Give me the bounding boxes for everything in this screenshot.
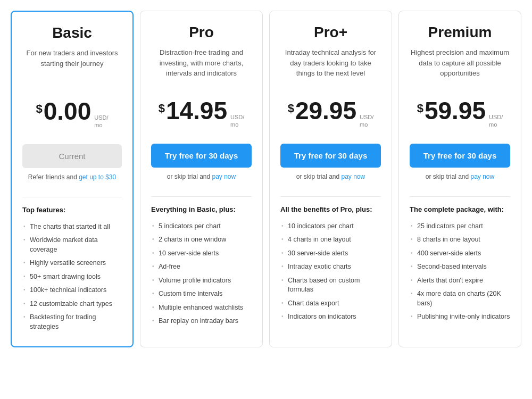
features-title-premium: The complete package, with:: [410, 205, 510, 213]
plan-description-premium: Highest precision and maximum data to ca…: [410, 47, 510, 79]
feature-list-pro: 5 indicators per chart2 charts in one wi…: [151, 220, 252, 328]
list-item: 4x more data on charts (20K bars): [410, 287, 510, 310]
features-section-basic: Top features:The charts that started it …: [22, 197, 122, 334]
features-section-pro: Everything in Basic, plus:5 indicators p…: [151, 196, 252, 335]
list-item: Chart data export: [280, 297, 381, 311]
features-title-pro: Everything in Basic, plus:: [151, 205, 252, 213]
list-item: Alerts that don't expire: [410, 274, 510, 288]
list-item: Custom time intervals: [151, 287, 252, 301]
list-item: 2 charts in one window: [151, 233, 252, 247]
price-unit-premium: USD/mo: [489, 113, 503, 129]
plan-name-premium: Premium: [410, 24, 510, 41]
price-dollar-basic: $: [36, 102, 42, 116]
list-item: 400 server-side alerts: [410, 247, 510, 261]
price-dollar-pro_plus: $: [288, 102, 294, 115]
plan-name-pro_plus: Pro+: [280, 24, 381, 41]
price-unit-pro: USD/mo: [230, 113, 244, 129]
features-section-pro_plus: All the benefits of Pro, plus:10 indicat…: [280, 196, 381, 335]
list-item: 10 indicators per chart: [280, 220, 381, 234]
refer-link[interactable]: get up to $30: [79, 173, 116, 181]
features-title-basic: Top features:: [22, 206, 122, 214]
list-item: Volume profile indicators: [151, 274, 252, 288]
plan-card-basic: BasicFor new traders and investors start…: [11, 11, 134, 347]
price-amount-premium: 59.95: [425, 98, 486, 123]
plan-name-basic: Basic: [22, 24, 122, 41]
price-block-pro_plus: $29.95USD/mo: [280, 98, 381, 129]
list-item: Bar replay on intraday bars: [151, 314, 252, 328]
list-item: Charts based on custom formulas: [280, 274, 381, 297]
price-dollar-premium: $: [417, 102, 423, 115]
refer-text-basic: Refer friends and get up to $30: [22, 173, 122, 181]
list-item: 10 server-side alerts: [151, 247, 252, 261]
price-block-pro: $14.95USD/mo: [151, 98, 252, 129]
btn-trial-pro_plus[interactable]: Try free for 30 days: [280, 144, 381, 168]
price-amount-pro: 14.95: [166, 98, 227, 123]
feature-list-premium: 25 indicators per chart8 charts in one l…: [410, 220, 510, 324]
btn-current-basic: Current: [22, 144, 122, 168]
list-item: Multiple enhanced watchlists: [151, 301, 252, 315]
price-block-premium: $59.95USD/mo: [410, 98, 510, 129]
list-item: Intraday exotic charts: [280, 260, 381, 274]
list-item: Highly versatile screeners: [22, 256, 122, 270]
list-item: Indicators on indicators: [280, 310, 381, 324]
price-amount-pro_plus: 29.95: [295, 98, 356, 123]
plan-description-pro: Distraction-free trading and investing, …: [151, 47, 252, 79]
list-item: Worldwide market data coverage: [22, 234, 122, 256]
skip-trial-pro: or skip trial and pay now: [151, 173, 252, 180]
list-item: Second-based intervals: [410, 260, 510, 274]
list-item: Publishing invite-only indicators: [410, 310, 510, 324]
pay-now-link[interactable]: pay now: [212, 173, 236, 180]
price-block-basic: $0.00USD/mo: [22, 99, 122, 129]
list-item: 100k+ technical indicators: [22, 284, 122, 297]
plan-card-premium: PremiumHighest precision and maximum dat…: [398, 11, 521, 347]
list-item: 4 charts in one layout: [280, 233, 381, 247]
feature-list-pro_plus: 10 indicators per chart4 charts in one l…: [280, 220, 381, 324]
plan-description-basic: For new traders and investors starting t…: [22, 48, 122, 80]
price-unit-basic: USD/mo: [94, 114, 108, 129]
plan-name-pro: Pro: [151, 24, 252, 41]
features-title-pro_plus: All the benefits of Pro, plus:: [280, 205, 381, 213]
price-unit-pro_plus: USD/mo: [360, 113, 373, 129]
feature-list-basic: The charts that started it allWorldwide …: [22, 220, 122, 334]
list-item: 25 indicators per chart: [410, 220, 510, 234]
skip-trial-pro_plus: or skip trial and pay now: [280, 173, 381, 180]
skip-trial-premium: or skip trial and pay now: [410, 173, 510, 180]
list-item: 50+ smart drawing tools: [22, 270, 122, 284]
plan-description-pro_plus: Intraday technical analysis for day trad…: [280, 47, 381, 79]
list-item: Backtesting for trading strategies: [22, 311, 122, 334]
plan-card-pro: ProDistraction-free trading and investin…: [140, 11, 263, 347]
list-item: 30 server-side alerts: [280, 247, 381, 261]
list-item: 5 indicators per chart: [151, 220, 252, 234]
pricing-grid: BasicFor new traders and investors start…: [11, 11, 521, 347]
plan-card-pro_plus: Pro+Intraday technical analysis for day …: [269, 11, 392, 347]
list-item: The charts that started it all: [22, 220, 122, 234]
btn-trial-premium[interactable]: Try free for 30 days: [410, 144, 510, 168]
features-section-premium: The complete package, with:25 indicators…: [410, 196, 510, 335]
price-amount-basic: 0.00: [44, 99, 92, 123]
btn-trial-pro[interactable]: Try free for 30 days: [151, 144, 252, 168]
list-item: 12 customizable chart types: [22, 297, 122, 311]
list-item: Ad-free: [151, 260, 252, 274]
pay-now-link[interactable]: pay now: [342, 173, 365, 180]
price-dollar-pro: $: [159, 102, 165, 115]
pay-now-link[interactable]: pay now: [471, 173, 495, 180]
list-item: 8 charts in one layout: [410, 233, 510, 247]
